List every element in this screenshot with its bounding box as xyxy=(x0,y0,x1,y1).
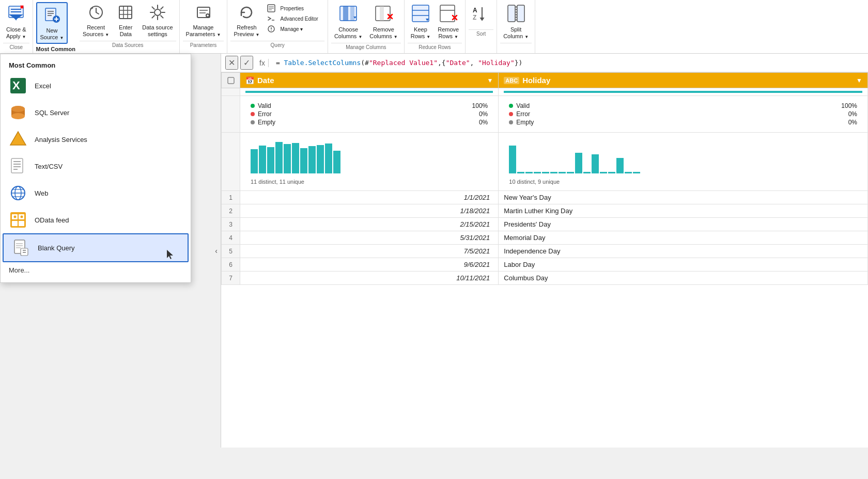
table-row: 7 10/11/2021 Columbus Day xyxy=(222,272,868,285)
date-valid-stat: Valid 100% xyxy=(251,102,488,110)
sql-server-icon xyxy=(9,103,27,122)
svg-rect-74 xyxy=(19,221,24,226)
manage-parameters-button[interactable]: ManageParameters ▼ xyxy=(183,2,224,40)
svg-point-32 xyxy=(271,30,272,31)
date-col-type-icon: 📅 xyxy=(245,76,254,85)
stats-row-num xyxy=(222,88,240,96)
date-column-header[interactable]: 📅 Date ▼ xyxy=(240,73,499,88)
new-source-icon xyxy=(42,5,61,26)
new-source-button[interactable]: NewSource ▼ xyxy=(36,2,68,44)
ribbon-group-close: Close &Apply ▼ Close xyxy=(0,0,33,53)
dropdown-header: Most Common xyxy=(1,58,191,72)
dropdown-item-sql-server[interactable]: SQL Server xyxy=(1,99,191,126)
ribbon-group-parameters: ManageParameters ▼ Parameters xyxy=(180,0,228,53)
svg-rect-81 xyxy=(21,248,28,256)
new-source-label: NewSource ▼ xyxy=(40,27,64,41)
split-column-button[interactable]: SplitColumn ▼ xyxy=(500,2,532,42)
row-2-num: 2 xyxy=(222,204,240,218)
svg-point-75 xyxy=(14,216,17,218)
close-apply-button[interactable]: Close &Apply ▼ xyxy=(3,2,29,42)
hvalid-dot xyxy=(509,104,513,108)
remove-rows-button[interactable]: RemoveRows ▼ xyxy=(435,2,462,42)
sort-az-button[interactable]: A Z xyxy=(469,2,493,28)
bar-6 xyxy=(292,143,299,174)
hbar-16 xyxy=(633,172,640,173)
manage-button[interactable]: Manage ▾ xyxy=(277,26,306,33)
collapse-panel-button[interactable]: ‹ xyxy=(212,54,221,448)
ribbon-buttons-cols: ChooseColumns ▼ RemoveColumns ▼ xyxy=(331,2,401,42)
date-col-footer: 11 distinct, 11 unique xyxy=(245,177,493,188)
recent-sources-button[interactable]: RecentSources ▼ xyxy=(80,2,112,40)
choose-columns-button[interactable]: ChooseColumns ▼ xyxy=(331,2,365,42)
row-3-num: 3 xyxy=(222,218,240,231)
holiday-column-header[interactable]: ABC Holiday ▼ xyxy=(499,73,868,88)
enter-data-label: EnterData xyxy=(119,24,132,38)
refresh-preview-button[interactable]: RefreshPreview ▼ xyxy=(230,2,262,40)
ribbon-group-buttons-2: NewSource ▼ xyxy=(36,2,75,44)
formula-confirm-button[interactable]: ✓ xyxy=(240,56,253,70)
more-item[interactable]: More... xyxy=(1,262,191,278)
formula-expression: = Table.SelectColumns(#"Replaced Value1"… xyxy=(272,59,522,67)
row-6-num: 6 xyxy=(222,258,240,272)
svg-text:X: X xyxy=(12,79,20,92)
close-apply-label: Close &Apply ▼ xyxy=(6,26,26,40)
enter-data-icon xyxy=(117,4,134,23)
grid-table: 📅 Date ▼ ABC Holiday ▼ xyxy=(221,72,868,285)
manage-row: Manage ▾ xyxy=(264,24,309,34)
bar-2 xyxy=(259,146,266,173)
date-col-dropdown[interactable]: ▼ xyxy=(487,77,493,84)
hbar-11 xyxy=(592,154,599,173)
dropdown-item-blank-query[interactable]: Blank Query xyxy=(3,233,189,262)
svg-rect-51 xyxy=(517,5,524,22)
dropdown-item-odata-feed[interactable]: OData feed xyxy=(1,206,191,233)
ribbon-buttons-ds: RecentSources ▼ EnterData xyxy=(80,2,176,40)
remove-rows-icon xyxy=(439,4,458,25)
bar-5 xyxy=(284,144,291,174)
parameters-group-label: Parameters xyxy=(183,41,224,48)
dropdown-item-text-csv[interactable]: Text/CSV xyxy=(1,153,191,180)
data-source-settings-button[interactable]: Data sourcesettings xyxy=(139,2,176,40)
svg-rect-34 xyxy=(343,6,348,21)
recent-sources-icon xyxy=(88,4,104,23)
table-row: 5 7/5/2021 Independence Day xyxy=(222,245,868,258)
table-row: 1 1/1/2021 New Year's Day xyxy=(222,191,868,204)
holiday-error-stat: Error 0% xyxy=(509,110,857,118)
dropdown-item-analysis-services[interactable]: Analysis Services xyxy=(1,126,191,153)
holiday-col-type-label: ABC xyxy=(504,77,519,84)
hbar-13 xyxy=(608,172,615,173)
svg-point-76 xyxy=(21,216,23,218)
row-4-date: 5/31/2021 xyxy=(240,231,499,245)
svg-rect-37 xyxy=(380,6,384,21)
excel-icon: X xyxy=(9,76,27,95)
date-col-label: Date xyxy=(257,76,274,85)
row-num-header xyxy=(222,73,240,88)
web-icon xyxy=(9,184,27,202)
advanced-editor-button[interactable]: Advanced Editor xyxy=(277,15,321,22)
remove-columns-button[interactable]: RemoveColumns ▼ xyxy=(366,2,400,42)
row-6-holiday: Labor Day xyxy=(499,258,868,272)
herror-label: Error xyxy=(516,110,530,118)
keep-rows-button[interactable]: KeepRows ▼ xyxy=(408,2,433,42)
table-row: 6 9/6/2021 Labor Day xyxy=(222,258,868,272)
row-5-date: 7/5/2021 xyxy=(240,245,499,258)
row-1-holiday: New Year's Day xyxy=(499,191,868,204)
formula-cancel-button[interactable]: ✕ xyxy=(225,56,238,70)
new-source-dropdown: Most Common X Excel xyxy=(0,54,191,283)
dropdown-item-web[interactable]: Web xyxy=(1,180,191,206)
row-2-holiday: Martin Luther King Day xyxy=(499,204,868,218)
blank-query-label: Blank Query xyxy=(38,244,75,252)
ribbon-group-data-sources: RecentSources ▼ EnterData xyxy=(76,0,180,53)
odata-feed-icon xyxy=(9,211,27,229)
bar-10 xyxy=(325,143,332,173)
properties-button[interactable]: Properties xyxy=(277,5,307,12)
enter-data-button[interactable]: EnterData xyxy=(113,2,138,40)
svg-point-18 xyxy=(154,9,161,15)
analysis-services-label: Analysis Services xyxy=(35,136,87,143)
hbar-8 xyxy=(567,172,574,173)
ribbon-buttons-split: SplitColumn ▼ xyxy=(500,2,532,42)
keep-rows-icon xyxy=(411,4,430,25)
data-source-settings-icon xyxy=(149,4,166,23)
dropdown-item-excel[interactable]: X Excel xyxy=(1,72,191,99)
svg-text:Z: Z xyxy=(473,14,476,21)
holiday-col-dropdown[interactable]: ▼ xyxy=(856,77,862,84)
